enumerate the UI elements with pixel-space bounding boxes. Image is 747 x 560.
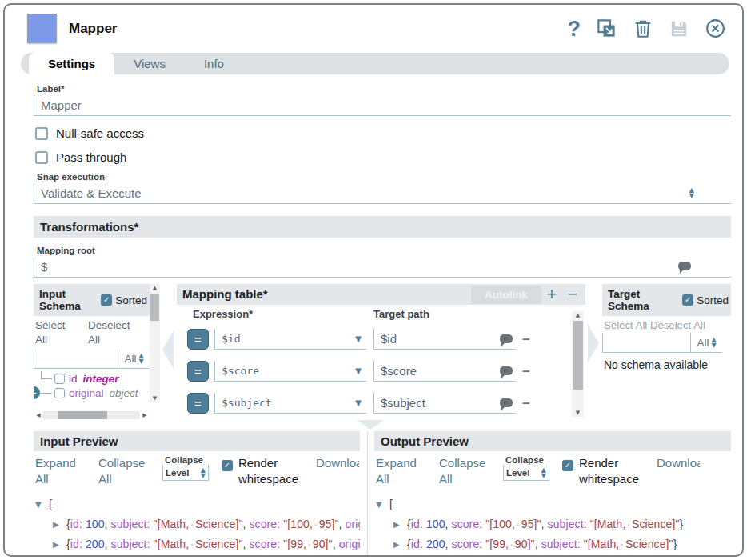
comment-bubble-icon[interactable] bbox=[500, 366, 513, 375]
chevron-updown-icon[interactable]: ▲▼ bbox=[541, 467, 546, 478]
chevron-down-icon[interactable]: ▼ bbox=[355, 366, 362, 375]
tab-settings[interactable]: Settings bbox=[29, 53, 114, 74]
chevron-down-icon bbox=[357, 420, 384, 430]
input-schema-vscrollbar[interactable]: ▲ ▼ bbox=[150, 284, 160, 402]
comment-bubble-icon[interactable] bbox=[678, 262, 691, 270]
input-schema-links: Select All Deselect All bbox=[35, 318, 150, 347]
collapse-level-stepper[interactable]: Collapse Level ▲▼ bbox=[162, 455, 209, 481]
chevron-updown-icon[interactable]: ▲▼ bbox=[689, 187, 694, 198]
previews-row: Input Preview Expand All Collapse All Co… bbox=[34, 431, 731, 557]
autolink-button[interactable]: Autolink bbox=[471, 286, 541, 304]
comment-bubble-icon[interactable] bbox=[500, 334, 513, 343]
scroll-down-icon[interactable]: ▼ bbox=[576, 409, 580, 417]
input-schema-hscrollbar[interactable]: ◀ ▶ bbox=[34, 410, 150, 420]
schema-search-input[interactable] bbox=[603, 333, 690, 352]
select-all-link[interactable]: Select All bbox=[35, 318, 77, 347]
chevron-updown-icon[interactable]: ▲▼ bbox=[711, 337, 716, 348]
target-path-value: $id bbox=[381, 332, 500, 346]
collapse-level-stepper[interactable]: Collapse Level ▲▼ bbox=[503, 455, 549, 481]
tree-connector bbox=[34, 386, 53, 400]
tab-views[interactable]: Views bbox=[114, 53, 185, 74]
render-whitespace-checkbox[interactable] bbox=[222, 460, 233, 471]
tab-info[interactable]: Info bbox=[185, 53, 243, 74]
collapse-down-handle[interactable] bbox=[34, 420, 731, 430]
equals-mapping-button[interactable]: = bbox=[187, 329, 209, 350]
chevron-left-icon bbox=[162, 330, 174, 369]
target-path-field[interactable]: $id bbox=[374, 329, 516, 350]
snap-execution-value[interactable] bbox=[41, 186, 731, 200]
duplicate-icon[interactable] bbox=[596, 18, 617, 39]
expand-node-icon[interactable]: ▶ bbox=[392, 520, 407, 529]
vscroll-thumb[interactable] bbox=[573, 321, 583, 390]
comment-bubble-icon[interactable] bbox=[500, 398, 513, 407]
save-icon[interactable] bbox=[669, 18, 689, 39]
input-schema-filter-row: All ▲▼ bbox=[34, 349, 150, 369]
expand-node-icon[interactable]: ▶ bbox=[392, 540, 407, 549]
scroll-left-icon[interactable]: ◀ bbox=[34, 412, 43, 418]
target-sorted-label: Sorted bbox=[697, 294, 729, 306]
hscroll-thumb[interactable] bbox=[58, 411, 107, 419]
tree-item-original[interactable]: + original object bbox=[34, 386, 150, 400]
target-sorted-checkbox[interactable] bbox=[682, 294, 693, 306]
scroll-right-icon[interactable]: ▶ bbox=[140, 412, 150, 418]
target-schema-links[interactable]: Select All Deselect All bbox=[604, 319, 731, 331]
render-whitespace-checkbox[interactable] bbox=[562, 460, 573, 471]
chevron-down-icon[interactable]: ▼ bbox=[355, 334, 362, 343]
target-path-field[interactable]: $subject bbox=[374, 393, 516, 414]
delete-row-button[interactable]: − bbox=[522, 333, 530, 346]
equals-mapping-button[interactable]: = bbox=[187, 361, 209, 382]
type-filter-value: All bbox=[124, 353, 136, 365]
chevron-down-icon[interactable]: ▼ bbox=[355, 398, 362, 407]
download-link[interactable]: Download bbox=[316, 455, 359, 471]
expression-field[interactable]: $score ▼ bbox=[214, 361, 366, 382]
schema-search-input[interactable] bbox=[34, 349, 118, 368]
expression-field[interactable]: $id ▼ bbox=[214, 329, 366, 350]
download-link[interactable]: Download bbox=[657, 455, 700, 471]
mapping-root-input[interactable] bbox=[41, 260, 731, 274]
type-filter-select[interactable]: All ▲▼ bbox=[690, 333, 722, 352]
collapse-left-handle[interactable] bbox=[160, 284, 177, 420]
type-filter-select[interactable]: All ▲▼ bbox=[118, 349, 150, 368]
schema-search-field[interactable] bbox=[34, 349, 118, 368]
input-sorted-checkbox[interactable] bbox=[101, 294, 112, 306]
close-icon[interactable] bbox=[705, 18, 726, 39]
scroll-up-icon[interactable]: ▲ bbox=[153, 284, 157, 292]
deselect-all-link[interactable]: Deselect All bbox=[88, 318, 138, 347]
chevron-updown-icon[interactable]: ▲▼ bbox=[201, 467, 206, 478]
tree-item-id[interactable]: id integer bbox=[34, 371, 150, 386]
no-schema-message: No schema available bbox=[604, 358, 731, 371]
label-input[interactable] bbox=[41, 98, 731, 112]
mapping-row: = $subject ▼ $subject − bbox=[177, 387, 585, 419]
delete-icon[interactable] bbox=[633, 18, 653, 39]
remove-row-button[interactable]: − bbox=[562, 286, 583, 302]
collapse-node-icon[interactable]: ▼ bbox=[374, 500, 389, 509]
chevron-updown-icon[interactable]: ▲▼ bbox=[138, 353, 143, 364]
snap-execution-select[interactable]: ▲▼ bbox=[34, 183, 731, 204]
collapse-all-link[interactable]: Collapse All bbox=[98, 455, 151, 488]
expression-column-header: Expression* bbox=[193, 308, 374, 320]
json-line-text: [ bbox=[49, 498, 52, 510]
expand-all-link[interactable]: Expand All bbox=[35, 455, 82, 488]
expand-all-link[interactable]: Expand All bbox=[376, 455, 422, 488]
help-icon[interactable]: ? bbox=[568, 18, 581, 39]
mapping-table-vscrollbar[interactable]: ▲ ▼ bbox=[572, 311, 584, 417]
expression-field[interactable]: $subject ▼ bbox=[214, 393, 366, 414]
add-row-button[interactable]: + bbox=[541, 286, 562, 302]
scroll-up-icon[interactable]: ▲ bbox=[576, 311, 580, 319]
collapse-all-link[interactable]: Collapse All bbox=[439, 455, 492, 488]
collapse-node-icon[interactable]: ▼ bbox=[34, 500, 49, 509]
target-path-field[interactable]: $score bbox=[374, 361, 516, 382]
collapse-right-handle[interactable] bbox=[585, 284, 602, 420]
vscroll-thumb[interactable] bbox=[150, 294, 159, 321]
scroll-down-icon[interactable]: ▼ bbox=[153, 394, 157, 402]
tree-item-checkbox[interactable] bbox=[54, 374, 65, 384]
schema-search-field[interactable] bbox=[602, 333, 690, 352]
pass-through-checkbox[interactable] bbox=[35, 151, 48, 164]
tree-item-checkbox[interactable] bbox=[54, 388, 65, 398]
equals-mapping-button[interactable]: = bbox=[187, 393, 209, 414]
delete-row-button[interactable]: − bbox=[522, 365, 530, 378]
expand-node-icon[interactable]: ▶ bbox=[51, 540, 66, 549]
expand-node-icon[interactable]: ▶ bbox=[51, 520, 66, 529]
delete-row-button[interactable]: − bbox=[522, 397, 530, 410]
null-safe-checkbox[interactable] bbox=[35, 127, 48, 140]
